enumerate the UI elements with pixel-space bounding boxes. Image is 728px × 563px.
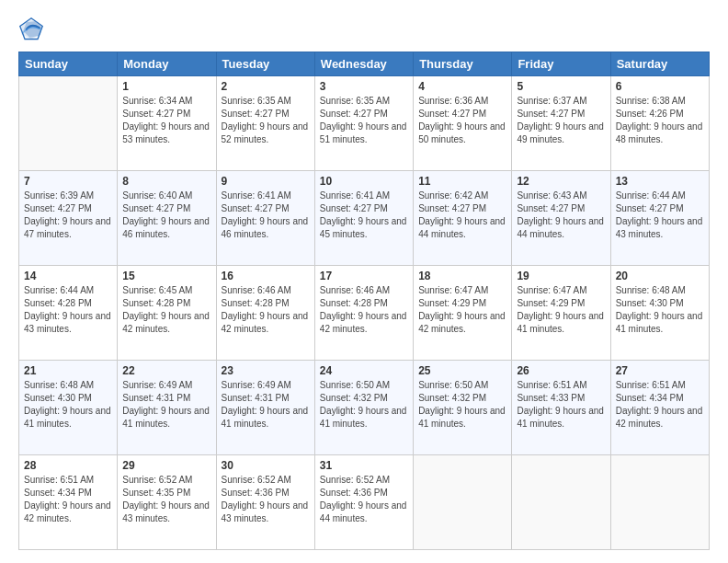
calendar-cell: 9Sunrise: 6:41 AMSunset: 4:27 PMDaylight…	[216, 171, 314, 266]
day-info: Sunrise: 6:40 AMSunset: 4:27 PMDaylight:…	[122, 190, 210, 241]
calendar-cell: 23Sunrise: 6:49 AMSunset: 4:31 PMDayligh…	[216, 361, 314, 455]
day-number: 25	[418, 364, 506, 377]
day-info: Sunrise: 6:35 AMSunset: 4:27 PMDaylight:…	[320, 95, 408, 146]
day-number: 29	[122, 459, 210, 472]
calendar-week-row: 21Sunrise: 6:48 AMSunset: 4:30 PMDayligh…	[19, 361, 710, 455]
weekday-header: Sunday	[19, 52, 118, 76]
weekday-header: Wednesday	[314, 52, 413, 76]
day-info: Sunrise: 6:35 AMSunset: 4:27 PMDaylight:…	[222, 95, 310, 146]
calendar-cell: 25Sunrise: 6:50 AMSunset: 4:32 PMDayligh…	[414, 361, 512, 455]
logo-icon	[18, 17, 44, 42]
day-number: 21	[24, 364, 112, 377]
day-info: Sunrise: 6:47 AMSunset: 4:29 PMDaylight:…	[517, 284, 605, 336]
calendar-cell: 1Sunrise: 6:34 AMSunset: 4:27 PMDaylight…	[118, 76, 216, 171]
calendar-cell: 2Sunrise: 6:35 AMSunset: 4:27 PMDaylight…	[216, 76, 314, 171]
day-number: 26	[517, 364, 605, 377]
calendar-cell: 26Sunrise: 6:51 AMSunset: 4:33 PMDayligh…	[512, 361, 610, 455]
day-number: 19	[517, 270, 605, 282]
day-number: 6	[616, 80, 704, 93]
day-number: 1	[122, 80, 210, 93]
calendar-cell: 17Sunrise: 6:46 AMSunset: 4:28 PMDayligh…	[314, 266, 413, 361]
calendar-cell: 10Sunrise: 6:41 AMSunset: 4:27 PMDayligh…	[314, 171, 413, 266]
day-number: 17	[320, 270, 408, 282]
day-info: Sunrise: 6:50 AMSunset: 4:32 PMDaylight:…	[320, 379, 408, 431]
day-number: 27	[616, 364, 704, 377]
calendar-cell: 16Sunrise: 6:46 AMSunset: 4:28 PMDayligh…	[216, 266, 314, 361]
day-info: Sunrise: 6:41 AMSunset: 4:27 PMDaylight:…	[320, 190, 408, 241]
calendar-cell: 29Sunrise: 6:52 AMSunset: 4:35 PMDayligh…	[118, 455, 216, 550]
header	[18, 17, 710, 42]
calendar-cell: 3Sunrise: 6:35 AMSunset: 4:27 PMDaylight…	[314, 76, 413, 171]
calendar-cell: 12Sunrise: 6:43 AMSunset: 4:27 PMDayligh…	[512, 171, 610, 266]
header-row: SundayMondayTuesdayWednesdayThursdayFrid…	[19, 52, 710, 76]
calendar-table: SundayMondayTuesdayWednesdayThursdayFrid…	[18, 52, 710, 550]
calendar-cell	[610, 455, 709, 550]
calendar-cell: 27Sunrise: 6:51 AMSunset: 4:34 PMDayligh…	[610, 361, 709, 455]
day-number: 20	[616, 270, 704, 282]
calendar-cell: 28Sunrise: 6:51 AMSunset: 4:34 PMDayligh…	[19, 455, 118, 550]
day-number: 8	[122, 175, 210, 188]
calendar-week-row: 14Sunrise: 6:44 AMSunset: 4:28 PMDayligh…	[19, 266, 710, 361]
weekday-header: Saturday	[610, 52, 709, 76]
day-number: 7	[24, 175, 112, 188]
calendar-cell: 22Sunrise: 6:49 AMSunset: 4:31 PMDayligh…	[118, 361, 216, 455]
weekday-header: Friday	[512, 52, 610, 76]
calendar-cell: 11Sunrise: 6:42 AMSunset: 4:27 PMDayligh…	[414, 171, 512, 266]
day-info: Sunrise: 6:36 AMSunset: 4:27 PMDaylight:…	[418, 95, 506, 146]
day-info: Sunrise: 6:44 AMSunset: 4:27 PMDaylight:…	[616, 190, 704, 241]
day-info: Sunrise: 6:37 AMSunset: 4:27 PMDaylight:…	[517, 95, 605, 146]
day-info: Sunrise: 6:51 AMSunset: 4:34 PMDaylight:…	[24, 474, 112, 525]
day-info: Sunrise: 6:52 AMSunset: 4:36 PMDaylight:…	[320, 474, 408, 525]
weekday-header: Tuesday	[216, 52, 314, 76]
day-info: Sunrise: 6:51 AMSunset: 4:33 PMDaylight:…	[517, 379, 605, 431]
day-number: 13	[616, 175, 704, 188]
day-info: Sunrise: 6:49 AMSunset: 4:31 PMDaylight:…	[122, 379, 210, 431]
day-number: 2	[222, 80, 310, 93]
calendar-week-row: 1Sunrise: 6:34 AMSunset: 4:27 PMDaylight…	[19, 76, 710, 171]
calendar-cell: 15Sunrise: 6:45 AMSunset: 4:28 PMDayligh…	[118, 266, 216, 361]
day-info: Sunrise: 6:43 AMSunset: 4:27 PMDaylight:…	[517, 190, 605, 241]
day-number: 12	[517, 175, 605, 188]
day-number: 28	[24, 459, 112, 472]
day-info: Sunrise: 6:47 AMSunset: 4:29 PMDaylight:…	[418, 284, 506, 336]
day-info: Sunrise: 6:39 AMSunset: 4:27 PMDaylight:…	[24, 190, 112, 241]
day-info: Sunrise: 6:50 AMSunset: 4:32 PMDaylight:…	[418, 379, 506, 431]
day-info: Sunrise: 6:52 AMSunset: 4:35 PMDaylight:…	[122, 474, 210, 525]
day-number: 9	[222, 175, 310, 188]
logo	[18, 17, 50, 42]
day-info: Sunrise: 6:38 AMSunset: 4:26 PMDaylight:…	[616, 95, 704, 146]
calendar-cell	[414, 455, 512, 550]
day-number: 16	[222, 270, 310, 282]
calendar-cell: 14Sunrise: 6:44 AMSunset: 4:28 PMDayligh…	[19, 266, 118, 361]
day-number: 14	[24, 270, 112, 282]
calendar-cell: 31Sunrise: 6:52 AMSunset: 4:36 PMDayligh…	[314, 455, 413, 550]
day-number: 3	[320, 80, 408, 93]
day-number: 15	[122, 270, 210, 282]
day-number: 5	[517, 80, 605, 93]
day-info: Sunrise: 6:42 AMSunset: 4:27 PMDaylight:…	[418, 190, 506, 241]
calendar-cell: 7Sunrise: 6:39 AMSunset: 4:27 PMDaylight…	[19, 171, 118, 266]
day-number: 11	[418, 175, 506, 188]
calendar-cell: 19Sunrise: 6:47 AMSunset: 4:29 PMDayligh…	[512, 266, 610, 361]
page: SundayMondayTuesdayWednesdayThursdayFrid…	[0, 0, 728, 563]
day-number: 24	[320, 364, 408, 377]
day-number: 22	[122, 364, 210, 377]
calendar-week-row: 7Sunrise: 6:39 AMSunset: 4:27 PMDaylight…	[19, 171, 710, 266]
day-number: 4	[418, 80, 506, 93]
day-info: Sunrise: 6:41 AMSunset: 4:27 PMDaylight:…	[222, 190, 310, 241]
day-number: 18	[418, 270, 506, 282]
calendar-cell: 6Sunrise: 6:38 AMSunset: 4:26 PMDaylight…	[610, 76, 709, 171]
day-number: 10	[320, 175, 408, 188]
day-info: Sunrise: 6:45 AMSunset: 4:28 PMDaylight:…	[122, 284, 210, 336]
day-info: Sunrise: 6:46 AMSunset: 4:28 PMDaylight:…	[320, 284, 408, 336]
calendar-cell: 8Sunrise: 6:40 AMSunset: 4:27 PMDaylight…	[118, 171, 216, 266]
calendar-cell: 21Sunrise: 6:48 AMSunset: 4:30 PMDayligh…	[19, 361, 118, 455]
calendar-cell: 24Sunrise: 6:50 AMSunset: 4:32 PMDayligh…	[314, 361, 413, 455]
day-number: 30	[222, 459, 310, 472]
day-info: Sunrise: 6:48 AMSunset: 4:30 PMDaylight:…	[616, 284, 704, 336]
weekday-header: Thursday	[414, 52, 512, 76]
calendar-cell: 18Sunrise: 6:47 AMSunset: 4:29 PMDayligh…	[414, 266, 512, 361]
weekday-header: Monday	[118, 52, 216, 76]
day-info: Sunrise: 6:34 AMSunset: 4:27 PMDaylight:…	[122, 95, 210, 146]
day-info: Sunrise: 6:51 AMSunset: 4:34 PMDaylight:…	[616, 379, 704, 431]
